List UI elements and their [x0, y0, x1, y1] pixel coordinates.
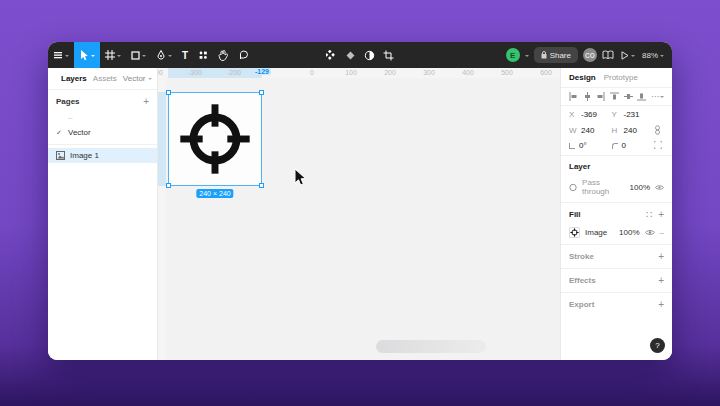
ruler-label: 400 [462, 69, 474, 76]
fill-section: Fill ∷ + Image 100% [561, 203, 672, 245]
layer-opacity-value[interactable]: 100% [630, 183, 650, 192]
page-item[interactable]: – [48, 110, 157, 125]
figma-window: T [48, 42, 672, 360]
main-menu-button[interactable] [48, 42, 74, 68]
rotation-icon [569, 143, 575, 149]
align-top-icon[interactable] [610, 92, 619, 101]
ruler-label: 600 [540, 69, 552, 76]
chevron-down-icon [660, 96, 664, 100]
text-tool-button[interactable]: T [177, 42, 193, 68]
move-tool-button[interactable] [74, 42, 100, 68]
horizontal-ruler: -400-300-2000100200300400500600 -129 [158, 68, 560, 78]
eye-icon[interactable] [645, 229, 655, 236]
frame-tool-button[interactable] [100, 42, 126, 68]
alignment-toolbar: ⋯ [561, 88, 672, 106]
layers-panel: Layers Assets Vector Pages + – ✓ Vector [48, 68, 158, 360]
top-toolbar: T [48, 42, 672, 68]
x-position-field[interactable]: X -369 [569, 110, 608, 119]
add-fill-button[interactable]: + [658, 209, 664, 220]
align-horizontal-center-icon[interactable] [583, 92, 592, 101]
fill-section-header: Fill ∷ + [569, 209, 664, 220]
desktop: { "colors": { "accent": "#18A0FB", "tool… [0, 0, 720, 406]
x-label: X [569, 110, 577, 119]
align-vertical-center-icon[interactable] [624, 92, 633, 101]
chevron-down-icon[interactable] [525, 55, 529, 59]
fill-header-label: Fill [569, 210, 581, 219]
align-right-icon[interactable] [596, 92, 605, 101]
page-selector[interactable]: Vector [123, 74, 152, 83]
resize-handle-bottom-right[interactable] [259, 183, 264, 188]
library-icon[interactable] [602, 50, 614, 60]
page-item-label: – [68, 113, 72, 122]
hand-icon [218, 50, 228, 61]
zoom-control[interactable]: 88% [642, 51, 664, 60]
mouse-cursor [294, 168, 307, 187]
union-icon[interactable] [345, 50, 356, 61]
tab-prototype[interactable]: Prototype [604, 73, 638, 82]
resize-handle-top-left[interactable] [166, 90, 171, 95]
pen-icon [156, 50, 166, 60]
height-field[interactable]: H 240 [612, 125, 651, 135]
tab-layers[interactable]: Layers [61, 74, 87, 83]
layer-item-image[interactable]: Image 1 [48, 148, 157, 163]
fill-opacity-value[interactable]: 100% [619, 228, 639, 237]
remove-fill-button[interactable]: – [660, 228, 664, 237]
chevron-down-icon [148, 78, 152, 82]
rectangle-icon [131, 51, 140, 60]
collaborator-avatar[interactable]: CO [583, 48, 597, 62]
blend-mode-row[interactable]: Pass through 100% [569, 178, 664, 196]
blend-mode-value: Pass through [582, 178, 624, 196]
image-layer-icon [56, 151, 65, 160]
play-icon [621, 51, 629, 60]
eye-icon[interactable] [655, 184, 664, 191]
align-bottom-icon[interactable] [637, 92, 646, 101]
ruler-label: 200 [384, 69, 396, 76]
mask-icon[interactable] [364, 50, 375, 61]
layer-section-header: Layer [569, 162, 664, 171]
transform-fields: X -369 Y -231 W 240 H 240 [561, 106, 672, 156]
frame-icon [105, 50, 115, 60]
constrain-proportions-icon[interactable] [654, 125, 661, 135]
add-stroke-button[interactable]: + [658, 251, 664, 262]
user-avatar[interactable]: E [506, 48, 520, 62]
divider [48, 144, 157, 145]
add-effect-button[interactable]: + [658, 275, 664, 286]
present-button[interactable] [619, 51, 637, 60]
tab-assets[interactable]: Assets [93, 74, 117, 83]
resize-handle-bottom-left[interactable] [166, 183, 171, 188]
corner-radius-field[interactable]: 0 [612, 141, 651, 150]
resources-tool-button[interactable] [193, 42, 213, 68]
fill-thumbnail[interactable] [569, 227, 580, 238]
pen-tool-button[interactable] [151, 42, 177, 68]
ruler-label: -400 [158, 69, 163, 76]
selection-size-badge: 240 × 240 [196, 189, 233, 198]
tidy-up-button[interactable]: ⋯ [651, 92, 664, 101]
align-left-icon[interactable] [569, 92, 578, 101]
check-icon: ✓ [56, 129, 63, 137]
layer-section: Layer Pass through 100% [561, 156, 672, 203]
fill-row[interactable]: Image 100% – [569, 227, 664, 238]
resize-handle-top-right[interactable] [259, 90, 264, 95]
share-button[interactable]: Share [534, 47, 578, 63]
w-label: W [569, 126, 577, 135]
hand-tool-button[interactable] [213, 42, 233, 68]
page-item-current[interactable]: ✓ Vector [48, 125, 157, 140]
y-position-field[interactable]: Y -231 [612, 110, 651, 119]
tab-design[interactable]: Design [569, 73, 596, 82]
share-label: Share [550, 51, 571, 60]
create-component-icon[interactable] [326, 50, 337, 61]
shape-tool-button[interactable] [126, 42, 151, 68]
toolbar-right-group: E Share CO 88% [506, 42, 672, 68]
width-field[interactable]: W 240 [569, 125, 608, 135]
add-export-button[interactable]: + [658, 299, 664, 310]
add-page-button[interactable]: + [143, 96, 149, 107]
rotation-field[interactable]: 0° [569, 141, 608, 150]
selected-object[interactable] [168, 92, 262, 186]
comment-tool-button[interactable] [233, 42, 254, 68]
properties-panel: Design Prototype ⋯ X -369 [560, 68, 672, 360]
fill-styles-icon[interactable]: ∷ [646, 209, 652, 220]
canvas[interactable]: -400-300-2000100200300400500600 -129 [158, 68, 560, 360]
independent-corners-icon[interactable] [654, 141, 662, 149]
crop-icon[interactable] [383, 50, 394, 61]
help-button[interactable]: ? [650, 338, 665, 353]
